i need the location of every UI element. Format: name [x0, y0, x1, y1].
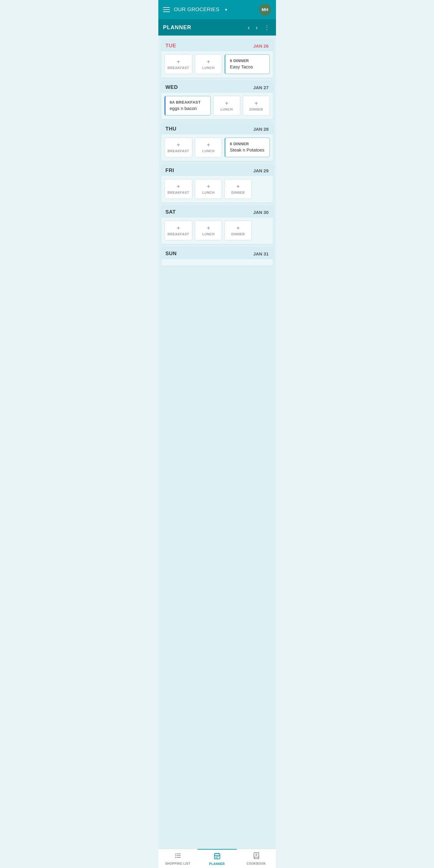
meal-name: Steak n Potatoes: [230, 147, 265, 152]
meal-label: LUNCH: [202, 149, 215, 153]
shopping-list-icon: [174, 852, 181, 861]
day-meals-sun: [161, 259, 273, 266]
planner-title: PLANNER: [163, 24, 192, 31]
plus-icon: +: [207, 184, 210, 189]
day-meals-thu: + BREAKFAST + LUNCH 6 DINNER Steak n Pot…: [161, 134, 273, 161]
nav-planner[interactable]: PLANNER: [198, 849, 237, 868]
day-meals-fri: + BREAKFAST + LUNCH + DINNER: [161, 176, 273, 203]
add-breakfast-sat[interactable]: + BREAKFAST: [164, 221, 193, 241]
plus-icon: +: [207, 225, 210, 231]
add-breakfast-thu[interactable]: + BREAKFAST: [164, 137, 193, 157]
meal-time-label: 6 DINNER: [230, 142, 265, 146]
meal-time-label: 6 DINNER: [230, 58, 265, 63]
meal-label: LUNCH: [202, 191, 215, 194]
day-header-sun: SUN JAN 31: [161, 247, 273, 259]
add-lunch-wed[interactable]: + LUNCH: [213, 96, 240, 116]
dinner-card-tue[interactable]: 6 DINNER Easy Tacos: [224, 54, 270, 74]
day-date-tue: JAN 26: [253, 43, 269, 49]
day-card-wed: WED JAN 27 8A BREAKFAST eggs n bacon + L…: [161, 81, 273, 119]
plus-icon: +: [207, 142, 210, 148]
add-lunch-thu[interactable]: + LUNCH: [195, 137, 222, 157]
day-header-fri: FRI JAN 29: [161, 164, 273, 176]
day-date-sat: JAN 30: [253, 210, 269, 215]
meal-label: DINNER: [231, 232, 245, 236]
app-bar-left: OUR GROCERIES ▾: [163, 7, 227, 13]
add-lunch-fri[interactable]: + LUNCH: [195, 179, 222, 199]
hamburger-line-2: [163, 9, 170, 10]
meal-name: Easy Tacos: [230, 64, 265, 69]
plus-icon: +: [236, 184, 240, 189]
plus-icon: +: [236, 225, 240, 231]
hamburger-line-1: [163, 7, 170, 8]
day-name-thu: THU: [166, 126, 176, 132]
plus-icon: +: [177, 225, 180, 231]
hamburger-line-3: [163, 11, 170, 12]
day-card-sat: SAT JAN 30 + BREAKFAST + LUNCH + DINNER: [161, 206, 273, 244]
day-date-thu: JAN 28: [253, 127, 269, 132]
cookbook-icon: [253, 852, 260, 861]
app-bar: OUR GROCERIES ▾ MH: [158, 0, 276, 19]
meal-label: LUNCH: [202, 66, 215, 70]
bottom-nav: SHOPPING LIST PLANNER: [158, 849, 276, 868]
meal-label: BREAKFAST: [168, 232, 190, 236]
plus-icon: +: [207, 59, 210, 65]
add-breakfast-tue[interactable]: + BREAKFAST: [164, 54, 193, 74]
day-card-sun: SUN JAN 31: [161, 247, 273, 266]
next-week-button[interactable]: ›: [255, 23, 259, 32]
day-date-wed: JAN 27: [253, 85, 269, 90]
app-title: OUR GROCERIES: [174, 7, 220, 13]
prev-week-button[interactable]: ‹: [247, 23, 251, 32]
day-meals-tue: + BREAKFAST + LUNCH 6 DINNER Easy Tacos: [161, 51, 273, 78]
avatar[interactable]: MH: [259, 4, 271, 16]
plus-icon: +: [177, 184, 180, 189]
meal-label: BREAKFAST: [168, 66, 190, 70]
sub-header-actions: ‹ › ⋮: [247, 23, 271, 32]
plus-icon: +: [255, 100, 258, 106]
day-header-thu: THU JAN 28: [161, 122, 273, 134]
add-breakfast-fri[interactable]: + BREAKFAST: [164, 179, 193, 199]
meal-label: LUNCH: [221, 107, 233, 111]
add-dinner-wed[interactable]: + DINNER: [243, 96, 270, 116]
add-lunch-sat[interactable]: + LUNCH: [195, 221, 222, 241]
meal-label: LUNCH: [202, 232, 215, 236]
nav-cookbook[interactable]: COOKBOOK: [237, 849, 276, 868]
day-card-thu: THU JAN 28 + BREAKFAST + LUNCH 6 DINNER …: [161, 122, 273, 161]
more-options-button[interactable]: ⋮: [263, 23, 271, 32]
day-header-sat: SAT JAN 30: [161, 206, 273, 218]
meal-time-label: 8A BREAKFAST: [170, 100, 206, 104]
plus-icon: +: [177, 59, 180, 65]
add-dinner-sat[interactable]: + DINNER: [224, 221, 252, 241]
day-header-tue: TUE JAN 26: [161, 39, 273, 51]
day-name-sat: SAT: [166, 209, 176, 215]
planner-content: TUE JAN 26 + BREAKFAST + LUNCH 6 DINNER …: [158, 36, 276, 868]
day-card-tue: TUE JAN 26 + BREAKFAST + LUNCH 6 DINNER …: [161, 39, 273, 78]
hamburger-menu-button[interactable]: [163, 7, 170, 12]
day-header-wed: WED JAN 27: [161, 81, 273, 93]
day-meals-sat: + BREAKFAST + LUNCH + DINNER: [161, 218, 273, 244]
day-meals-wed: 8A BREAKFAST eggs n bacon + LUNCH + DINN…: [161, 93, 273, 119]
nav-shopping-list-label: SHOPPING LIST: [165, 862, 191, 865]
day-name-fri: FRI: [166, 167, 174, 174]
meal-name: eggs n bacon: [170, 106, 206, 111]
day-name-wed: WED: [166, 84, 178, 90]
day-date-sun: JAN 31: [253, 251, 269, 256]
dinner-card-thu[interactable]: 6 DINNER Steak n Potatoes: [224, 137, 270, 157]
meal-label: BREAKFAST: [168, 149, 190, 153]
meal-label: DINNER: [231, 191, 245, 194]
add-lunch-tue[interactable]: + LUNCH: [195, 54, 222, 74]
add-dinner-fri[interactable]: + DINNER: [224, 179, 252, 199]
day-name-tue: TUE: [166, 43, 176, 49]
day-card-fri: FRI JAN 29 + BREAKFAST + LUNCH + DINNER: [161, 164, 273, 203]
day-name-sun: SUN: [166, 251, 177, 257]
breakfast-card-wed[interactable]: 8A BREAKFAST eggs n bacon: [164, 96, 211, 116]
dropdown-arrow-icon[interactable]: ▾: [225, 7, 227, 12]
meal-label: DINNER: [250, 107, 263, 111]
nav-shopping-list[interactable]: SHOPPING LIST: [158, 849, 198, 868]
meal-label: BREAKFAST: [168, 191, 190, 194]
day-date-fri: JAN 29: [253, 168, 269, 173]
planner-icon: [213, 852, 221, 861]
sub-header: PLANNER ‹ › ⋮: [158, 19, 276, 36]
plus-icon: +: [177, 142, 180, 148]
plus-icon: +: [225, 100, 229, 106]
nav-planner-label: PLANNER: [209, 862, 225, 866]
